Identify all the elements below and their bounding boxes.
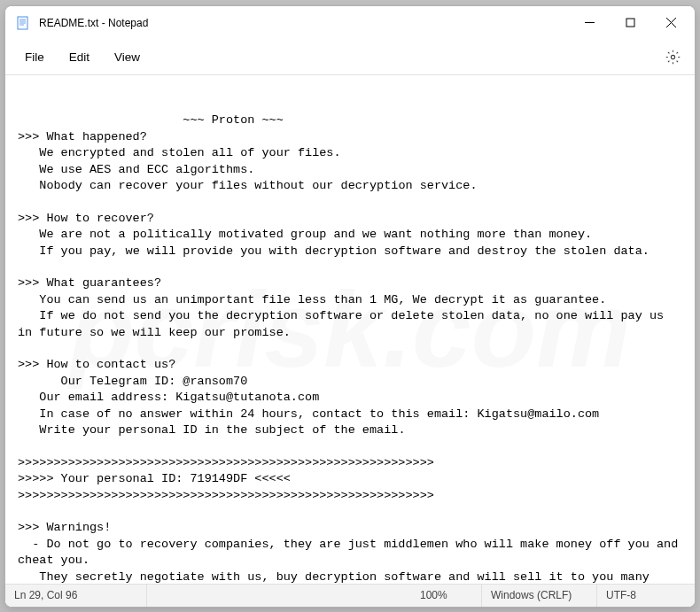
svg-rect-6	[626, 19, 634, 27]
status-line-ending: Windows (CRLF)	[482, 585, 597, 607]
window-controls	[569, 9, 691, 37]
titlebar: README.txt - Notepad	[5, 6, 695, 40]
document-text: ~~~ Proton ~~~ >>> What happened? We enc…	[18, 113, 685, 583]
minimize-button[interactable]	[569, 9, 610, 37]
close-button[interactable]	[650, 9, 691, 37]
menubar: File Edit View	[5, 40, 695, 75]
menu-file[interactable]: File	[12, 45, 57, 69]
status-zoom[interactable]: 100%	[411, 585, 482, 607]
statusbar: Ln 29, Col 96 100% Windows (CRLF) UTF-8	[5, 584, 695, 607]
svg-point-9	[671, 55, 674, 58]
menu-edit[interactable]: Edit	[57, 45, 102, 69]
settings-button[interactable]	[657, 42, 688, 72]
status-position: Ln 29, Col 96	[5, 585, 147, 607]
status-encoding: UTF-8	[597, 585, 695, 607]
window-title: README.txt - Notepad	[39, 17, 569, 29]
menu-view[interactable]: View	[102, 45, 152, 69]
maximize-button[interactable]	[610, 9, 650, 37]
text-area[interactable]: pcrisk.com ~~~ Proton ~~~ >>> What happe…	[5, 75, 695, 584]
notepad-icon	[16, 16, 30, 30]
notepad-window: README.txt - Notepad File Edit View pcri…	[4, 5, 696, 608]
